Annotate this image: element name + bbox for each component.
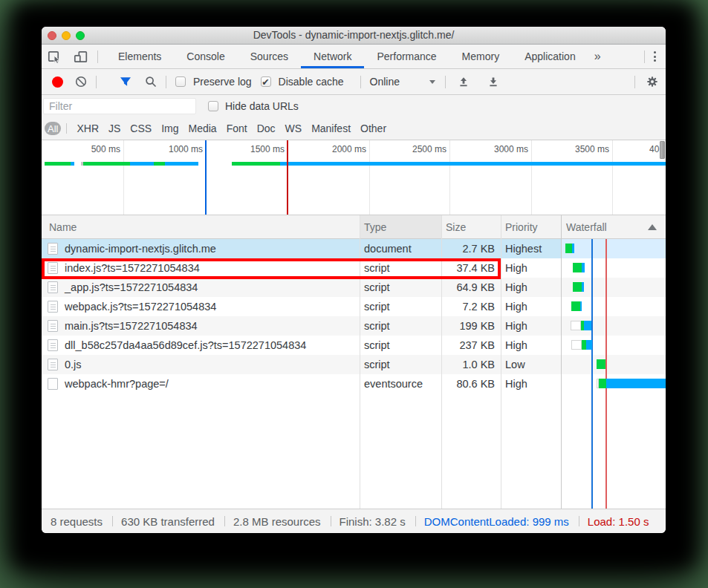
- disable-cache-checkbox[interactable]: ✔: [261, 76, 271, 87]
- network-overview[interactable]: 500 ms1000 ms1500 ms2000 ms2500 ms3000 m…: [42, 140, 666, 215]
- main-menu-icon[interactable]: [645, 51, 666, 62]
- resource-icon: [48, 378, 58, 390]
- overview-tick-label: 3500 ms: [575, 144, 609, 154]
- column-divider-type: [441, 215, 442, 509]
- tab-console[interactable]: Console: [174, 45, 237, 68]
- waterfall-bar-green: [599, 379, 606, 388]
- filter-pill-manifest[interactable]: Manifest: [311, 122, 351, 134]
- request-size: 7.2 KB: [441, 301, 501, 313]
- filter-row: Hide data URLs: [42, 95, 666, 117]
- filter-pill-other[interactable]: Other: [360, 122, 386, 134]
- tabbar-separator: [97, 50, 98, 63]
- panel-tabs: ElementsConsoleSourcesNetworkPerformance…: [105, 45, 588, 68]
- request-row-webpack-hmr[interactable]: webpack-hmr?page=/eventsource80.6 KBHigh: [42, 374, 666, 393]
- overview-tick-label: 2000 ms: [332, 144, 366, 154]
- hide-data-urls-checkbox[interactable]: [208, 101, 218, 111]
- filter-pill-css[interactable]: CSS: [130, 122, 152, 134]
- overview-tick-label-clipped: 40: [649, 144, 659, 154]
- disable-cache-label: Disable cache: [279, 76, 344, 88]
- request-row-index.js[interactable]: index.js?ts=1572271054834script37.4 KBHi…: [42, 258, 666, 278]
- inspect-element-icon[interactable]: [48, 50, 62, 63]
- request-row-main.js[interactable]: main.js?ts=1572271054834script199 KBHigh: [42, 316, 666, 336]
- tab-network[interactable]: Network: [301, 45, 364, 68]
- device-toolbar-icon[interactable]: [74, 50, 88, 63]
- filter-pill-all[interactable]: All: [45, 122, 61, 135]
- search-icon[interactable]: [145, 76, 157, 88]
- waterfall-bar-blue: [586, 340, 592, 350]
- throttling-select[interactable]: Online: [370, 76, 435, 88]
- tab-performance[interactable]: Performance: [364, 45, 449, 68]
- request-name: webpack.js?ts=1572271054834: [65, 301, 216, 313]
- request-size: 64.9 KB: [441, 281, 501, 293]
- file-icon: [48, 301, 58, 313]
- waterfall-bar-green: [573, 282, 582, 292]
- request-row-_app.js[interactable]: _app.js?ts=1572271054834script64.9 KBHig…: [42, 278, 666, 297]
- preserve-log-label: Preserve log: [193, 76, 252, 88]
- request-row-0.js[interactable]: 0.jsscript1.0 KBLow: [42, 355, 666, 374]
- filter-pill-xhr[interactable]: XHR: [77, 122, 99, 134]
- filter-pill-media[interactable]: Media: [189, 122, 217, 134]
- column-divider-name: [360, 215, 360, 509]
- tab-elements[interactable]: Elements: [105, 45, 174, 68]
- overview-gridline: [612, 140, 613, 215]
- export-har-icon[interactable]: [487, 76, 499, 88]
- status-item: Finish: 3.82 s: [340, 515, 406, 528]
- clear-icon[interactable]: [75, 76, 87, 88]
- request-name: main.js?ts=1572271054834: [65, 320, 198, 332]
- status-divider: [224, 516, 225, 526]
- request-priority: High: [501, 378, 561, 390]
- request-size: 1.0 KB: [441, 359, 501, 370]
- filter-pill-ws[interactable]: WS: [285, 122, 302, 134]
- request-type: eventsource: [360, 378, 441, 390]
- request-size: 80.6 KB: [441, 378, 501, 390]
- request-name: dll_b58c257da4aa56d89cef.js?ts=157227105…: [65, 339, 306, 351]
- close-button[interactable]: [48, 31, 56, 40]
- settings-gear-icon[interactable]: [646, 76, 658, 88]
- column-header-type[interactable]: Type: [360, 221, 441, 233]
- overview-tick-label: 3000 ms: [494, 144, 528, 154]
- filter-icon[interactable]: [120, 76, 131, 88]
- record-button[interactable]: [52, 76, 63, 88]
- devtools-tabbar: ElementsConsoleSourcesNetworkPerformance…: [42, 45, 666, 69]
- devtools-window: DevTools - dynamic-import-nextjs.glitch.…: [42, 27, 666, 533]
- waterfall-bar-green: [597, 359, 605, 369]
- column-header-priority[interactable]: Priority: [501, 221, 561, 233]
- file-icon: [48, 262, 58, 274]
- overview-scrollbar-thumb[interactable]: [660, 141, 665, 159]
- column-header-name[interactable]: Name: [42, 221, 360, 233]
- request-size: 37.4 KB: [441, 262, 501, 274]
- tab-application[interactable]: Application: [512, 45, 588, 68]
- request-type: script: [360, 281, 441, 293]
- window-title: DevTools - dynamic-import-nextjs.glitch.…: [42, 27, 666, 44]
- zoom-button[interactable]: [76, 31, 85, 40]
- file-icon: [48, 243, 58, 255]
- filter-input[interactable]: [43, 98, 196, 114]
- request-type: document: [360, 243, 441, 255]
- overview-tick-label: 1000 ms: [169, 144, 203, 154]
- import-har-icon[interactable]: [458, 76, 470, 88]
- more-tabs-button[interactable]: »: [588, 50, 607, 63]
- waterfall-bar-blue: [582, 282, 584, 292]
- request-row-webpack.js[interactable]: webpack.js?ts=1572271054834script7.2 KBH…: [42, 297, 666, 316]
- status-item: Load: 1.50 s: [588, 515, 649, 528]
- request-type: script: [360, 320, 441, 332]
- tab-memory[interactable]: Memory: [449, 45, 513, 68]
- column-divider-size: [501, 215, 501, 509]
- overview-bar-segment: [165, 162, 198, 166]
- window-titlebar[interactable]: DevTools - dynamic-import-nextjs.glitch.…: [42, 27, 666, 45]
- filter-pill-font[interactable]: Font: [227, 122, 247, 134]
- preserve-log-checkbox[interactable]: [175, 76, 186, 87]
- throttling-value: Online: [370, 76, 400, 88]
- column-header-size[interactable]: Size: [441, 221, 501, 233]
- filter-pill-doc[interactable]: Doc: [257, 122, 276, 134]
- filter-pill-js[interactable]: JS: [108, 122, 120, 134]
- minimize-button[interactable]: [62, 31, 71, 40]
- request-type: script: [360, 359, 441, 370]
- filter-pill-img[interactable]: Img: [161, 122, 178, 134]
- request-row-dynamic-import-nextjs.glitch.me[interactable]: dynamic-import-nextjs.glitch.medocument2…: [42, 239, 666, 258]
- request-row-dll_b58c257da4aa56d89cef.js[interactable]: dll_b58c257da4aa56d89cef.js?ts=157227105…: [42, 336, 666, 355]
- tab-sources[interactable]: Sources: [238, 45, 301, 68]
- request-size: 199 KB: [441, 320, 501, 332]
- overview-gridline: [369, 140, 370, 215]
- toolbar-separator3: [360, 76, 361, 88]
